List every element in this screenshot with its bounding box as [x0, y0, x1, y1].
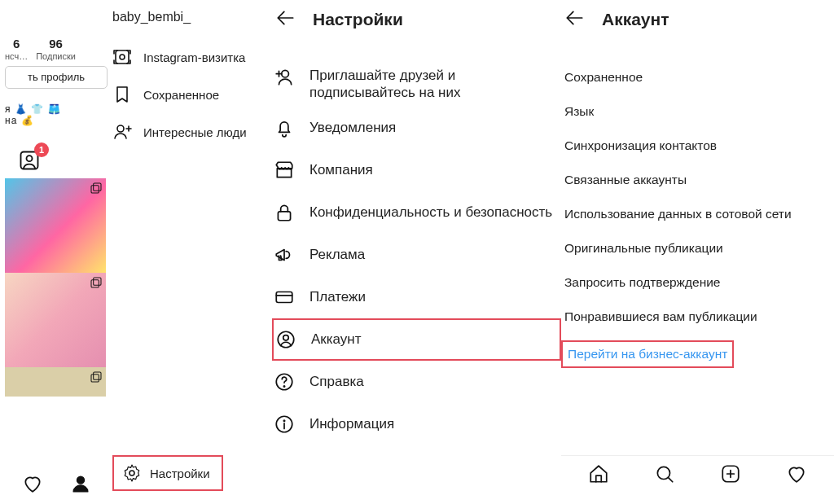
settings-item-label: Конфиденциальность и безопасность [309, 204, 552, 221]
megaphone-icon [274, 244, 295, 265]
settings-item-label: Аккаунт [311, 331, 362, 348]
post-thumbnail[interactable] [5, 367, 106, 397]
bell-icon [274, 117, 295, 138]
card-icon [274, 287, 295, 308]
settings-item-label: Справка [309, 374, 364, 390]
switch-business-link: Перейти на бизнес-аккаунт [568, 347, 727, 361]
carousel-icon [90, 370, 103, 383]
svg-point-9 [77, 476, 84, 484]
svg-point-22 [283, 420, 284, 421]
drawer-item-saved[interactable]: Сохраненное [112, 77, 272, 112]
drawer-item-label: Интересные люди [143, 125, 247, 139]
svg-rect-15 [278, 211, 290, 220]
settings-item-label: Платежи [309, 289, 366, 305]
lock-icon [274, 202, 295, 223]
page-title: Аккаунт [602, 10, 669, 29]
drawer-item-settings[interactable]: Настройки [112, 455, 223, 491]
svg-point-18 [283, 335, 289, 340]
bottom-nav [561, 455, 834, 494]
gear-icon [122, 463, 142, 483]
settings-item-business[interactable]: Компания [272, 149, 561, 191]
stat-label: Подписки [36, 51, 76, 61]
profile-icon[interactable] [70, 473, 91, 497]
add-user-icon [274, 67, 295, 88]
account-item-switch-business[interactable]: Перейти на бизнес-аккаунт [561, 337, 834, 371]
settings-item-privacy[interactable]: Конфиденциальность и безопасность [272, 191, 561, 234]
post-thumbnail[interactable] [5, 273, 106, 367]
settings-item-label: Компания [309, 162, 373, 178]
settings-item-label: Информация [309, 416, 394, 432]
stat-num: 6 [13, 37, 20, 51]
svg-rect-5 [94, 278, 101, 285]
svg-point-20 [283, 385, 284, 386]
notification-badge: 1 [34, 142, 49, 157]
account-item-original[interactable]: Оригинальные публикации [561, 231, 834, 265]
svg-point-2 [27, 156, 33, 161]
tagged-tab[interactable]: 1 [18, 149, 41, 169]
svg-rect-7 [94, 372, 101, 379]
settings-item-help[interactable]: Справка [272, 361, 561, 403]
svg-rect-10 [116, 50, 129, 64]
settings-label: Настройки [150, 467, 210, 480]
add-post-icon[interactable] [720, 463, 741, 488]
username-label: baby_bembi_ [112, 0, 272, 39]
account-item-verify[interactable]: Запросить подтверждение [561, 265, 834, 300]
activity-icon[interactable] [22, 473, 43, 497]
info-icon [274, 414, 295, 435]
activity-icon[interactable] [786, 463, 807, 488]
settings-item-invite[interactable]: Приглашайте друзей иподписывайтесь на ни… [272, 62, 561, 107]
account-item-linked[interactable]: Связанные аккаунты [561, 163, 834, 197]
settings-item-notifications[interactable]: Уведомления [272, 107, 561, 149]
svg-rect-3 [94, 183, 101, 191]
stat-num: 96 [49, 37, 63, 51]
settings-item-ads[interactable]: Реклама [272, 234, 561, 276]
drawer-panel: baby_bembi_ Instagram-визитка Сохраненно… [112, 0, 272, 504]
svg-point-13 [129, 471, 134, 476]
settings-item-payments[interactable]: Платежи [272, 276, 561, 318]
svg-rect-6 [91, 279, 99, 287]
page-title: Настройки [313, 10, 403, 29]
drawer-item-nametag[interactable]: Instagram-визитка [112, 39, 272, 75]
help-icon [274, 371, 295, 392]
settings-item-label: Реклама [309, 247, 365, 263]
home-icon[interactable] [588, 463, 609, 488]
svg-point-11 [120, 55, 125, 59]
back-icon[interactable] [275, 7, 296, 32]
carousel-icon [90, 182, 103, 195]
stat-subscribers[interactable]: 6 нсч… [5, 37, 28, 61]
svg-rect-8 [91, 374, 99, 381]
drawer-item-label: Сохраненное [143, 88, 219, 102]
posts-grid [5, 178, 106, 397]
account-item-language[interactable]: Язык [561, 94, 834, 129]
post-thumbnail[interactable] [5, 178, 106, 273]
settings-item-label: Уведомления [309, 120, 396, 136]
search-icon[interactable] [654, 463, 675, 488]
settings-item-about[interactable]: Информация [272, 403, 561, 445]
settings-panel: Настройки Приглашайте друзей иподписывай… [272, 0, 561, 504]
edit-profile-button[interactable]: ть профиль [5, 66, 108, 89]
account-item-saved[interactable]: Сохраненное [561, 60, 834, 94]
svg-point-14 [282, 70, 289, 77]
svg-rect-16 [276, 291, 292, 302]
account-item-contacts-sync[interactable]: Синхронизация контактов [561, 129, 834, 163]
drawer-item-discover[interactable]: Интересные люди [112, 114, 272, 150]
user-circle-icon [275, 329, 296, 350]
stat-label: нсч… [5, 51, 28, 61]
settings-item-account[interactable]: Аккаунт [272, 318, 561, 361]
profile-panel: 6 нсч… 96 Подписки ть профиль я 👗 👕 🩳 на… [0, 0, 112, 504]
account-item-liked[interactable]: Понравившиеся вам публикации [561, 300, 834, 334]
store-icon [274, 160, 295, 181]
svg-rect-4 [91, 185, 99, 192]
bio-text: я 👗 👕 🩳 на 💰 [0, 89, 112, 126]
back-icon[interactable] [564, 7, 586, 32]
edit-profile-label: ть профиль [28, 71, 85, 83]
drawer-item-label: Instagram-визитка [143, 50, 245, 64]
account-item-cellular[interactable]: Использование данных в сотовой сети [561, 197, 834, 231]
stat-following[interactable]: 96 Подписки [36, 37, 76, 61]
account-panel: Аккаунт Сохраненное Язык Синхронизация к… [561, 0, 834, 504]
carousel-icon [90, 276, 103, 289]
svg-point-12 [117, 125, 124, 132]
